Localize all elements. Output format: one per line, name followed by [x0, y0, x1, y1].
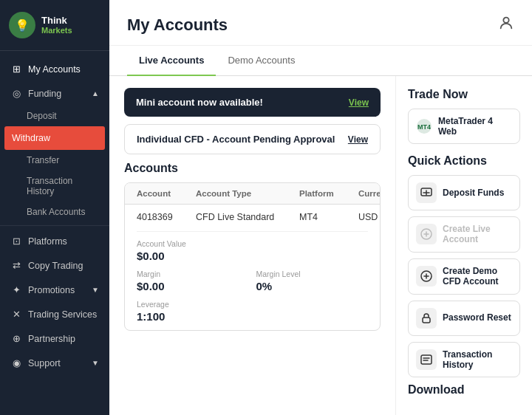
accounts-table: Account Account Type Platform Currency S… — [124, 182, 381, 331]
sidebar-item-trading-services[interactable]: ✕ Trading Services — [0, 302, 109, 326]
svg-rect-7 — [421, 355, 432, 364]
deposit-funds-label: Deposit Funds — [443, 188, 504, 198]
support-icon: ◉ — [10, 357, 22, 368]
detail-margin-level: Margin Level 0% — [256, 270, 369, 292]
detail-account-value: Account Value $0.00 — [137, 239, 249, 262]
sidebar-label-support: Support — [28, 358, 61, 368]
logo-line2: Markets — [41, 26, 72, 35]
sidebar-label-deposit: Deposit — [27, 111, 57, 121]
sidebar: 💡 Think Markets ⊞ My Accounts ◎ Funding … — [0, 0, 109, 415]
main-content: Mini account now available! View Individ… — [109, 76, 532, 415]
create-live-account-label: Create Live Account — [443, 224, 512, 245]
banner-cfd: Individual CFD - Account Pending Approva… — [124, 124, 381, 154]
sidebar-item-bank-accounts[interactable]: Bank Accounts — [0, 202, 109, 222]
sidebar-item-my-accounts[interactable]: ⊞ My Accounts — [0, 57, 109, 81]
account-type: CFD Live Standard — [196, 212, 299, 222]
create-live-account-button[interactable]: Create Live Account — [408, 216, 520, 253]
sidebar-label-my-accounts: My Accounts — [28, 64, 81, 75]
sidebar-label-transaction-history: Transaction History — [27, 176, 72, 196]
user-icon[interactable] — [498, 15, 514, 45]
sidebar-label-trading-services: Trading Services — [28, 309, 97, 320]
sidebar-item-transaction-history[interactable]: Transaction History — [0, 171, 109, 202]
right-panel: Trade Now MT4 MetaTrader 4 Web Quick Act… — [395, 76, 532, 415]
margin-value: $0.00 — [137, 280, 249, 292]
account-details: Account Value $0.00 Margin $0.00 Margin … — [137, 231, 368, 323]
main-left-panel: Mini account now available! View Individ… — [109, 76, 395, 415]
list-icon — [416, 349, 437, 370]
page-title: My Accounts — [127, 16, 228, 45]
banner-mini-text: Mini account now available! — [136, 97, 263, 108]
transaction-history-label: Transaction History — [443, 349, 512, 371]
account-currency: USD - $ — [358, 212, 381, 222]
tab-demo-accounts[interactable]: Demo Accounts — [216, 46, 307, 76]
promotions-icon: ✦ — [10, 284, 22, 295]
trade-now-title: Trade Now — [408, 88, 520, 101]
sidebar-label-funding: Funding — [28, 89, 61, 99]
partnership-icon: ⊕ — [10, 333, 22, 344]
banner-cfd-link[interactable]: View — [348, 134, 368, 145]
leverage-label: Leverage — [137, 300, 249, 309]
sidebar-item-partnership[interactable]: ⊕ Partnership — [0, 326, 109, 351]
funding-icon: ◎ — [10, 88, 22, 99]
detail-empty — [256, 239, 369, 262]
detail-leverage: Leverage 1:100 — [137, 300, 249, 323]
create-demo-icon — [416, 266, 437, 287]
banner-mini-link[interactable]: View — [349, 97, 369, 108]
margin-level-label: Margin Level — [256, 270, 369, 278]
sidebar-item-platforms[interactable]: ⊡ Platforms — [0, 229, 109, 253]
logo[interactable]: 💡 Think Markets — [0, 0, 109, 51]
deposit-funds-button[interactable]: Deposit Funds — [408, 175, 520, 210]
metatrader4-button[interactable]: MT4 MetaTrader 4 Web — [408, 109, 520, 144]
chevron-down-icon: ▼ — [92, 286, 99, 294]
sidebar-item-funding[interactable]: ◎ Funding ▲ — [0, 81, 109, 106]
platforms-icon: ⊡ — [10, 236, 22, 247]
col-platform: Platform — [299, 189, 358, 198]
sidebar-item-deposit[interactable]: Deposit — [0, 106, 109, 126]
accounts-section-title: Accounts — [124, 162, 381, 175]
sidebar-item-support[interactable]: ◉ Support ▼ — [0, 351, 109, 375]
sidebar-label-bank-accounts: Bank Accounts — [27, 207, 85, 217]
account-value-label: Account Value — [137, 239, 249, 248]
sidebar-label-withdraw: Withdraw — [12, 133, 50, 143]
svg-point-0 — [503, 18, 508, 23]
col-account-type: Account Type — [196, 189, 299, 198]
lock-icon — [416, 308, 437, 329]
password-reset-label: Password Reset — [443, 312, 511, 323]
password-reset-button[interactable]: Password Reset — [408, 301, 520, 336]
nav-divider — [0, 225, 109, 226]
sidebar-item-promotions[interactable]: ✦ Promotions ▼ — [0, 278, 109, 302]
transaction-history-button[interactable]: Transaction History — [408, 342, 520, 378]
tab-live-accounts[interactable]: Live Accounts — [127, 46, 216, 76]
mt4-icon: MT4 — [416, 118, 432, 134]
margin-label: Margin — [137, 270, 249, 278]
grid-icon: ⊞ — [10, 64, 22, 75]
svg-text:MT4: MT4 — [417, 123, 431, 131]
sidebar-nav: ⊞ My Accounts ◎ Funding ▲ Deposit Withdr… — [0, 51, 109, 415]
detail-margin: Margin $0.00 — [137, 270, 249, 292]
sidebar-label-partnership: Partnership — [28, 334, 75, 344]
create-demo-cfd-button[interactable]: Create Demo CFD Account — [408, 258, 520, 295]
trading-services-icon: ✕ — [10, 309, 22, 320]
logo-line1: Think — [41, 16, 72, 26]
sidebar-item-transfer[interactable]: Transfer — [0, 150, 109, 171]
sidebar-label-promotions: Promotions — [28, 285, 75, 295]
account-row-top: 4018369 CFD Live Standard MT4 USD - $ Ac… — [137, 212, 368, 222]
sidebar-item-copy-trading[interactable]: ⇄ Copy Trading — [0, 253, 109, 278]
sidebar-label-transfer: Transfer — [27, 155, 59, 165]
banner-cfd-text: Individual CFD - Account Pending Approva… — [137, 134, 335, 145]
leverage-value: 1:100 — [137, 310, 249, 323]
table-row: 4018369 CFD Live Standard MT4 USD - $ Ac… — [125, 205, 380, 330]
download-title: Download — [408, 383, 520, 397]
main-area: My Accounts Live Accounts Demo Accounts … — [109, 0, 532, 415]
account-platform: MT4 — [299, 212, 358, 222]
sidebar-label-copy-trading: Copy Trading — [28, 261, 83, 271]
sidebar-item-withdraw[interactable]: Withdraw — [4, 126, 105, 150]
account-number: 4018369 — [137, 212, 196, 222]
mt4-label: MetaTrader 4 Web — [438, 116, 512, 137]
quick-actions-title: Quick Actions — [408, 154, 520, 168]
table-header-row: Account Account Type Platform Currency S… — [125, 183, 380, 205]
account-value: $0.00 — [137, 250, 249, 262]
create-live-icon — [416, 224, 437, 244]
sidebar-label-platforms: Platforms — [28, 236, 67, 247]
svg-rect-6 — [423, 318, 430, 323]
